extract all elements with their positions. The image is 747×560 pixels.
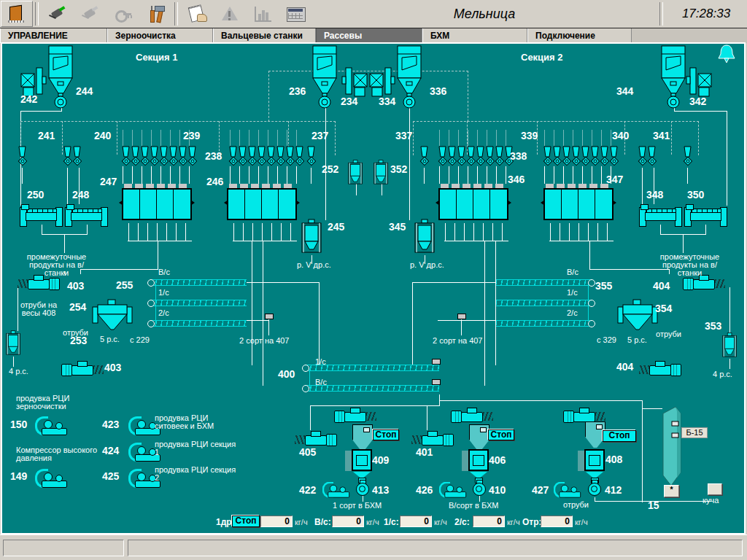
cyclone-237[interactable] (306, 146, 316, 168)
hopper-344[interactable] (661, 45, 686, 112)
cyclone-341a[interactable] (683, 146, 692, 168)
sifter-247[interactable] (122, 184, 192, 220)
compressor-150[interactable] (34, 414, 67, 436)
label-2-с-62: 2/с (158, 308, 169, 317)
screw-255-2s[interactable] (150, 320, 247, 327)
tag-2sort-2[interactable] (457, 314, 466, 319)
sifter-347[interactable] (543, 184, 614, 220)
elevator-345[interactable] (414, 219, 435, 257)
valve-412[interactable] (588, 480, 601, 496)
label-отруби-72: отруби (63, 328, 88, 337)
tab-вальцевые-станки[interactable]: Вальцевые станки (213, 28, 316, 43)
weigher-408[interactable] (584, 449, 606, 484)
screw-255-1s[interactable] (150, 300, 247, 307)
screw-355-1s[interactable] (496, 300, 592, 307)
fan-unit-342[interactable] (686, 67, 712, 98)
hopper-354[interactable] (617, 299, 658, 331)
label-продувка-рци-секция-1-86: продувка РЦИ секция 1 (155, 440, 241, 456)
screw-355-2s[interactable] (496, 320, 592, 327)
drop-lines-4 (128, 223, 191, 241)
conveyor-403-lower[interactable] (61, 359, 104, 376)
screw-255-vs[interactable] (150, 279, 247, 287)
elevator-353[interactable] (722, 332, 737, 359)
hopper-409[interactable] (352, 424, 373, 452)
trends-chart-icon (252, 4, 273, 23)
elevator-352[interactable] (374, 160, 388, 187)
roller-348[interactable] (639, 204, 681, 226)
stop-button-2[interactable]: Стоп (603, 430, 636, 442)
mill-scada-window: Мельница 17:28:33 УПРАВЛЕНИЕЗерноочистка… (0, 0, 747, 560)
fan-unit-234[interactable] (341, 67, 368, 98)
stop-button-1[interactable]: Стоп (488, 429, 514, 440)
label-в-сорт-в-бхм-89: В/сорт в БХМ (449, 501, 498, 510)
tab-зерноочистка[interactable]: Зерноочистка (107, 28, 213, 43)
cyclone-241a[interactable] (18, 146, 27, 168)
elevator-253[interactable] (6, 330, 20, 357)
roller-350[interactable] (684, 204, 727, 226)
weigher-406[interactable] (468, 449, 490, 484)
disconnect-plug-button[interactable] (74, 1, 107, 27)
tab-рассевы[interactable]: Рассевы (316, 28, 422, 43)
compressor-426[interactable] (438, 480, 466, 499)
label-240-11: 240 (94, 130, 111, 141)
silo-star-button[interactable]: * (664, 485, 679, 497)
hopper-334[interactable] (397, 45, 422, 112)
roller-250[interactable] (20, 204, 62, 226)
report-button[interactable] (181, 1, 213, 27)
cyclones-240[interactable] (121, 146, 197, 168)
alarm-warning-icon (220, 4, 240, 23)
flow-unit-1: кг/ч (366, 518, 379, 526)
fan-unit-334[interactable] (369, 67, 395, 98)
alarm-warning-button[interactable] (214, 1, 246, 27)
exit-door-button[interactable] (1, 1, 33, 27)
cyclones-241[interactable] (63, 146, 82, 168)
cyclones-338[interactable] (438, 146, 514, 168)
trends-chart-button[interactable] (247, 1, 279, 27)
compressor-422[interactable] (321, 480, 349, 499)
weigher-409[interactable] (352, 449, 374, 484)
hopper-254[interactable] (92, 299, 133, 331)
roller-248[interactable] (65, 204, 107, 226)
key-button[interactable] (107, 1, 139, 27)
cyclones-239[interactable] (228, 146, 304, 168)
stop-button-0[interactable]: Стоп (373, 429, 399, 440)
label-354-37: 354 (655, 303, 672, 314)
valve-413[interactable] (356, 480, 369, 496)
conveyor-405[interactable] (295, 429, 337, 446)
connect-plug-button[interactable] (42, 1, 74, 27)
feed-screw-408[interactable] (563, 405, 605, 423)
feed-screw-409[interactable] (334, 405, 376, 423)
tools-button[interactable] (140, 1, 172, 27)
hopper-236[interactable] (312, 45, 337, 112)
label-352-21: 352 (390, 163, 407, 175)
silo-B15[interactable] (661, 405, 683, 489)
kucha-button[interactable] (708, 483, 722, 495)
cyclone-337[interactable] (419, 146, 429, 168)
label-5-р-с--73: 5 р.с. (100, 335, 120, 343)
tag-2sort-1[interactable] (265, 314, 274, 319)
tab-управление[interactable]: УПРАВЛЕНИЕ (0, 28, 107, 43)
valve-410[interactable] (473, 480, 486, 496)
compressor-149[interactable] (34, 467, 67, 489)
elevator-252[interactable] (348, 160, 363, 187)
sifter-246[interactable] (227, 184, 297, 220)
cyclones-341[interactable] (638, 146, 657, 168)
alarm-bell-icon[interactable] (716, 44, 737, 64)
hopper-244[interactable] (48, 45, 73, 112)
compressor-427[interactable] (552, 480, 581, 499)
feed-screw-406[interactable] (451, 405, 493, 423)
screw-355-vs[interactable] (496, 279, 592, 287)
conveyor-401[interactable] (411, 429, 454, 446)
label-продувка-рци-секция-2-87: продувка РЦИ секция 2 (155, 466, 241, 482)
elevator-245[interactable] (301, 219, 322, 257)
flow-stop-button-0[interactable]: Стоп (232, 516, 260, 527)
tab-подключение[interactable]: Подключение (527, 28, 632, 43)
conveyor-404-lower[interactable] (639, 359, 681, 376)
sifter-346[interactable] (438, 184, 508, 220)
cyclones-339[interactable] (543, 146, 619, 168)
hopper-406[interactable] (469, 424, 489, 452)
settings-panel-button[interactable] (279, 1, 311, 27)
flow-value-2: 0 (400, 516, 432, 527)
pipe-line-48 (439, 400, 642, 401)
tab-бхм[interactable]: БХМ (422, 28, 527, 43)
